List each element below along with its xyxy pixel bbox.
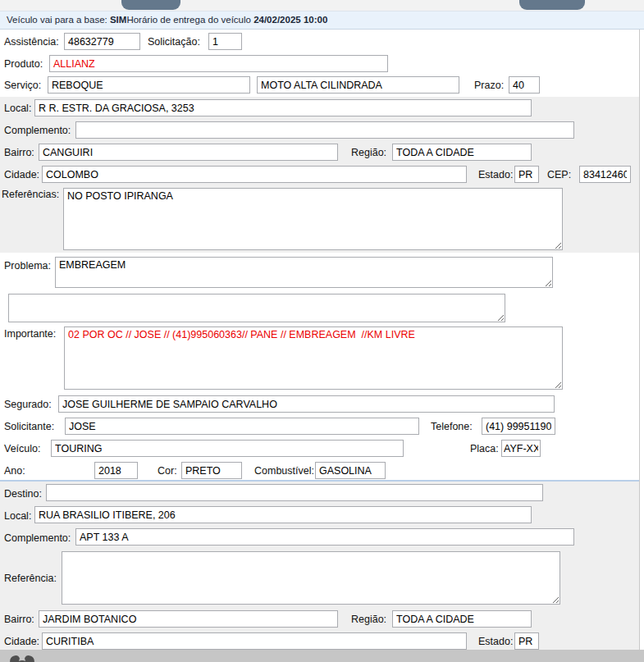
origem-bairro-input[interactable]: [39, 144, 338, 161]
origem-cep-input[interactable]: [579, 166, 631, 183]
origem-regiao-input[interactable]: [392, 144, 532, 161]
solicitacao-input[interactable]: [208, 33, 242, 50]
origem-regiao-label: Região:: [351, 147, 386, 158]
origem-estado-label: Estado:: [478, 169, 513, 180]
destino-local-label: Local:: [4, 510, 31, 522]
destino-estado-label: Estado:: [478, 636, 513, 647]
servico-label: Serviço:: [4, 80, 41, 91]
combustivel-label: Combustível:: [254, 465, 314, 477]
cor-label: Cor:: [158, 465, 177, 477]
section-separator: [0, 480, 639, 482]
prazo-label: Prazo:: [474, 80, 504, 91]
origem-bairro-label: Bairro:: [4, 147, 34, 158]
base-question-label: Veículo vai para a base:: [7, 15, 110, 25]
destino-input[interactable]: [46, 484, 543, 501]
referencias-label: Referências:: [2, 189, 59, 200]
destino-bairro-input[interactable]: [39, 610, 338, 628]
destino-cidade-label: Cidade:: [4, 636, 39, 647]
origem-cidade-input[interactable]: [42, 166, 467, 183]
top-toolbar: [0, 0, 644, 11]
servico-input[interactable]: [48, 76, 250, 94]
vehicle-base-info-bar: Veículo vai para a base: SIMHorário de e…: [0, 11, 644, 30]
assistencia-label: Assistência:: [4, 36, 59, 48]
destino-local-input[interactable]: [34, 506, 532, 523]
destino-cidade-input[interactable]: [42, 632, 467, 650]
destino-label: Destino:: [4, 488, 42, 500]
placa-label: Placa:: [470, 443, 499, 454]
origem-complemento-label: Complemento:: [4, 125, 71, 136]
phone-icon[interactable]: [8, 653, 36, 662]
ano-input[interactable]: [94, 462, 138, 479]
origem-estado-input[interactable]: [514, 166, 539, 183]
telefone-input[interactable]: [482, 418, 555, 435]
origem-complemento-input[interactable]: [75, 121, 574, 139]
delivery-time-label: Horário de entrega do veículo: [126, 15, 253, 25]
segurado-input[interactable]: [58, 395, 555, 413]
destino-estado-input[interactable]: [514, 632, 539, 650]
base-answer-value: SIM: [110, 15, 126, 25]
bottom-toolbar: [0, 650, 644, 662]
ano-label: Ano:: [4, 465, 25, 477]
top-left-button[interactable]: [121, 0, 180, 10]
solicitante-input[interactable]: [65, 418, 419, 435]
destino-complemento-label: Complemento:: [4, 532, 71, 544]
origem-local-label: Local:: [4, 103, 31, 114]
destino-referencia-label: Referência:: [4, 573, 57, 584]
segurado-label: Segurado:: [4, 399, 52, 410]
problema-textarea[interactable]: [55, 257, 553, 288]
origem-cep-label: CEP:: [547, 169, 571, 180]
origem-cidade-label: Cidade:: [4, 169, 39, 180]
solicitante-label: Solicitante:: [4, 421, 54, 432]
origem-local-input[interactable]: [34, 99, 532, 116]
destino-complemento-input[interactable]: [75, 528, 574, 546]
top-right-button[interactable]: [519, 0, 585, 10]
telefone-label: Telefone:: [431, 421, 473, 432]
veiculo-input[interactable]: [51, 440, 404, 457]
placa-input[interactable]: [501, 440, 541, 457]
assistance-dispatch-form: Veículo vai para a base: SIMHorário de e…: [0, 0, 644, 662]
destino-regiao-input[interactable]: [392, 610, 532, 628]
destino-referencia-textarea[interactable]: [62, 551, 560, 605]
importante-label: Importante:: [4, 328, 56, 340]
delivery-time-value: 24/02/2025 10:00: [253, 15, 327, 25]
solicitacao-label: Solicitação:: [148, 36, 200, 48]
veiculo-label: Veículo:: [4, 443, 40, 454]
destino-regiao-label: Região:: [351, 614, 386, 625]
servico-tipo-input[interactable]: [257, 76, 459, 94]
produto-label: Produto:: [4, 58, 43, 70]
referencias-textarea[interactable]: [63, 188, 563, 250]
observacao-textarea[interactable]: [8, 294, 505, 322]
destino-bairro-label: Bairro:: [4, 614, 34, 625]
assistencia-input[interactable]: [64, 33, 140, 50]
content-right-border: [639, 30, 640, 650]
problema-label: Problema:: [4, 260, 51, 272]
cor-input[interactable]: [181, 462, 242, 479]
produto-input[interactable]: [49, 55, 388, 72]
prazo-input[interactable]: [509, 76, 540, 94]
combustivel-input[interactable]: [315, 462, 386, 479]
importante-textarea[interactable]: [64, 326, 563, 390]
